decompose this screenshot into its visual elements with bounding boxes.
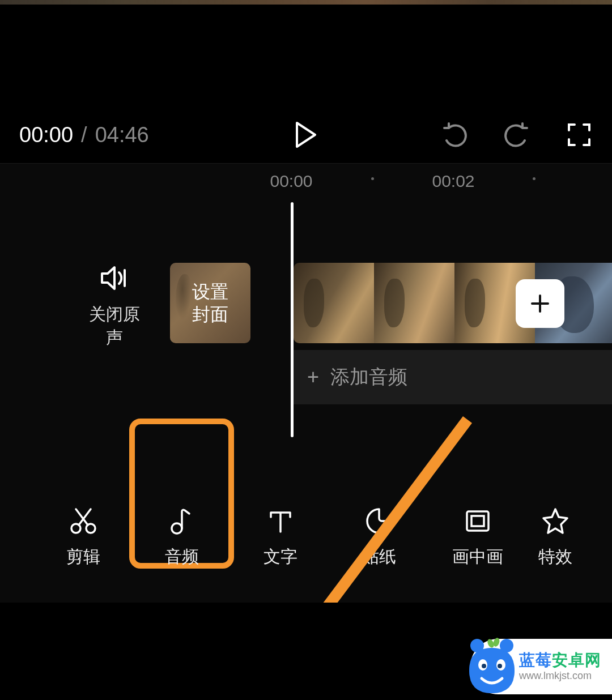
svg-rect-7 bbox=[471, 516, 484, 526]
tool-label: 文字 bbox=[264, 545, 298, 569]
tool-text[interactable]: 文字 bbox=[231, 507, 330, 569]
tool-label: 特效 bbox=[538, 545, 572, 569]
tool-sticker[interactable]: 贴纸 bbox=[330, 507, 428, 569]
scissors-icon bbox=[69, 507, 97, 535]
play-icon bbox=[295, 122, 317, 148]
mute-label: 关闭原声 bbox=[86, 303, 143, 349]
tool-label: 剪辑 bbox=[66, 545, 100, 569]
fullscreen-button[interactable] bbox=[566, 121, 593, 148]
play-button[interactable] bbox=[292, 121, 320, 148]
text-icon bbox=[266, 507, 295, 535]
ruler-tick-icon bbox=[371, 177, 374, 180]
fullscreen-icon bbox=[567, 122, 592, 147]
pip-icon bbox=[464, 507, 492, 535]
watermark: 蓝莓安卓网 www.lmkjst.com bbox=[476, 638, 612, 700]
music-note-icon bbox=[168, 507, 196, 535]
tool-pip[interactable]: 画中画 bbox=[428, 507, 527, 569]
ruler-tick-icon bbox=[533, 177, 536, 180]
total-time: 04:46 bbox=[95, 123, 149, 147]
svg-point-13 bbox=[482, 664, 486, 668]
clip-frame[interactable] bbox=[294, 263, 374, 343]
mute-original-sound-button[interactable]: 关闭原声 bbox=[86, 266, 143, 349]
plus-icon: + bbox=[307, 365, 319, 389]
tool-label: 音频 bbox=[165, 545, 199, 569]
clip-frame[interactable] bbox=[374, 263, 454, 343]
undo-button[interactable] bbox=[441, 121, 468, 148]
tool-label: 贴纸 bbox=[362, 545, 396, 569]
video-preview-strip bbox=[0, 0, 612, 5]
add-clip-button[interactable] bbox=[516, 279, 564, 328]
plus-icon bbox=[529, 292, 551, 315]
svg-point-5 bbox=[172, 523, 182, 533]
set-cover-button[interactable]: 设置 封面 bbox=[170, 263, 250, 343]
time-separator: / bbox=[81, 123, 87, 147]
bottom-toolbar: 剪辑 音频 文字 贴纸 画中画 bbox=[0, 472, 612, 603]
set-cover-label: 设置 封面 bbox=[192, 280, 228, 326]
mascot-icon bbox=[465, 634, 519, 695]
speaker-icon bbox=[101, 266, 128, 293]
watermark-pill: 蓝莓安卓网 www.lmkjst.com bbox=[470, 639, 612, 694]
ruler-time-0: 00:00 bbox=[270, 172, 312, 191]
redo-button[interactable] bbox=[503, 121, 530, 148]
svg-point-9 bbox=[470, 639, 484, 652]
svg-rect-6 bbox=[467, 511, 488, 531]
add-audio-button[interactable]: + 添加音频 bbox=[294, 350, 612, 404]
watermark-url: www.lmkjst.com bbox=[519, 671, 601, 681]
playhead[interactable] bbox=[291, 202, 294, 437]
tool-edit[interactable]: 剪辑 bbox=[34, 507, 133, 569]
player-area: 00:00 / 04:46 bbox=[0, 5, 612, 163]
undo-icon bbox=[441, 121, 468, 148]
time-display: 00:00 / 04:46 bbox=[19, 123, 149, 147]
watermark-brand: 蓝莓安卓网 bbox=[519, 652, 601, 668]
player-controls-bar: 00:00 / 04:46 bbox=[0, 106, 612, 163]
ruler-time-1: 00:02 bbox=[432, 172, 474, 191]
svg-point-10 bbox=[500, 639, 513, 652]
sticker-icon bbox=[365, 507, 393, 535]
tool-effects[interactable]: 特效 bbox=[527, 507, 584, 569]
current-time: 00:00 bbox=[19, 123, 73, 147]
timeline-area: 00:00 00:02 关闭原声 设置 封面 + 添加音频 bbox=[0, 163, 612, 603]
svg-point-14 bbox=[498, 664, 502, 668]
star-icon bbox=[541, 507, 570, 535]
player-controls-right bbox=[441, 121, 593, 148]
redo-icon bbox=[503, 121, 530, 148]
timeline-ruler[interactable]: 00:00 00:02 bbox=[0, 164, 612, 195]
add-audio-label: 添加音频 bbox=[330, 364, 407, 390]
tool-audio[interactable]: 音频 bbox=[133, 507, 231, 569]
tool-label: 画中画 bbox=[452, 545, 503, 569]
